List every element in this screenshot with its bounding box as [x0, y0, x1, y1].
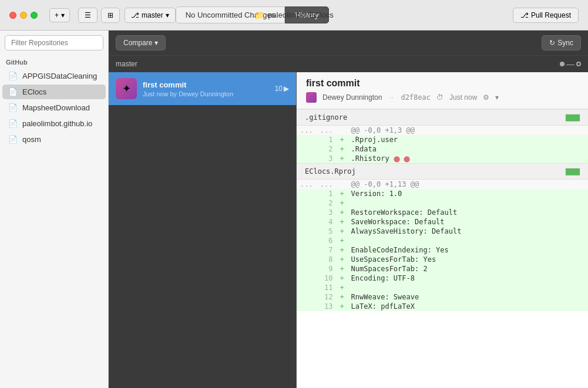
diff-row: 7 + EnableCodeIndexing: Yes	[297, 245, 588, 255]
branch-label: master	[142, 11, 163, 19]
sidebar-item-qosm[interactable]: 📄 qosm	[2, 132, 106, 147]
sidebar-item-paleolimbot[interactable]: 📄 paleolimbot.github.io	[2, 116, 106, 131]
repo-name: qosm	[22, 135, 41, 144]
diff-panel: first commit Dewey Dunnington → d2f8eac …	[297, 72, 588, 388]
add-arrow-icon: ▾	[61, 11, 65, 19]
diff-content: SaveWorkspace: Default	[348, 217, 588, 227]
sync-button[interactable]: ↻ Sync	[542, 35, 581, 50]
diff-dots: ████	[566, 168, 580, 175]
diff-line-num-right: 10	[317, 274, 337, 283]
diff-author-avatar	[306, 92, 317, 103]
titlebar-right: ⎇ Pull Request	[513, 8, 579, 23]
diff-files-container: .gitignore████ ... ... @@ -0,0 +1,3 @@ 1…	[297, 109, 588, 311]
diff-plus-indicator	[336, 180, 347, 189]
diff-line-num-right: 12	[317, 292, 337, 302]
diff-content: RnwWeave: Sweave	[348, 292, 588, 302]
sidebar-toggle-button[interactable]: ☰	[78, 8, 98, 23]
diff-icon: ⊞	[107, 11, 113, 19]
diff-row: 3 + RestoreWorkspace: Default	[297, 208, 588, 217]
diff-line-num-right: 5	[317, 227, 337, 236]
sync-icon: ↻	[549, 39, 555, 47]
diff-row: ... ... @@ -0,0 +1,13 @@	[297, 180, 588, 189]
diff-row: 9 + NumSpacesForTab: 2	[297, 264, 588, 274]
diff-plus-indicator: +	[336, 198, 347, 208]
folder-icon: 📁	[254, 11, 264, 20]
diff-content	[348, 283, 588, 292]
diff-line-num-left	[297, 302, 317, 311]
pull-request-button[interactable]: ⎇ Pull Request	[513, 8, 579, 23]
diff-line-num-right: 3	[317, 154, 337, 163]
titlebar-center: 📁 paleolimbot/EClocs	[254, 11, 333, 20]
diff-row: 11 +	[297, 283, 588, 292]
diff-plus-indicator: +	[336, 189, 347, 198]
branch-icon: ⎇	[131, 11, 139, 19]
diff-content: LaTeX: pdfLaTeX	[348, 302, 588, 311]
diff-row: ... ... @@ -0,0 +1,3 @@	[297, 126, 588, 135]
diff-content: Encoding: UTF-8	[348, 274, 588, 283]
diff-plus-indicator: +	[336, 245, 347, 255]
diff-line-num-right: 11	[317, 283, 337, 292]
diff-line-num-left	[297, 227, 317, 236]
diff-line-num-left	[297, 198, 317, 208]
diff-line-num-left	[297, 283, 317, 292]
traffic-lights	[9, 12, 38, 19]
repo-icon: 📄	[8, 103, 18, 112]
count-arrow-icon: ▶	[284, 85, 289, 93]
sidebar-item-eclocs[interactable]: 📄 EClocs	[2, 85, 106, 99]
diff-line-num-right: 1	[317, 135, 337, 144]
diff-plus-indicator: +	[336, 236, 347, 245]
sidebar-item-appgisdatacleaning[interactable]: 📄 APPGISDataCleaning	[2, 69, 106, 83]
diff-plus-indicator: +	[336, 144, 347, 154]
chevron-down-icon[interactable]: ▾	[495, 93, 499, 102]
diff-content: Version: 1.0	[348, 189, 588, 198]
branch-chevron-icon: ▾	[166, 11, 169, 19]
diff-line-num-left: ...	[297, 180, 317, 189]
close-button[interactable]	[9, 12, 16, 19]
rhistory-icons: ⬤ ⬤	[394, 156, 410, 162]
pull-request-icon: ⎇	[520, 11, 529, 19]
branch-button[interactable]: ⎇ master ▾	[125, 8, 176, 23]
pull-request-label: Pull Request	[531, 11, 571, 19]
diff-row: 1 + .Rproj.user	[297, 135, 588, 144]
diff-commit-meta: Dewey Dunnington → d2f8eac ⏱ Just now ⚙ …	[306, 92, 579, 103]
diff-dots: ████	[566, 114, 580, 121]
commit-item[interactable]: ✦ first commit Just now by Dewey Dunning…	[109, 72, 296, 105]
repo-icon: 📄	[8, 72, 18, 80]
diff-plus-indicator: +	[336, 217, 347, 227]
diff-line-num-left	[297, 264, 317, 274]
diff-content: .Rdata	[348, 144, 588, 154]
content-toolbar: Compare ▾ ↻ Sync	[109, 31, 588, 55]
filter-repos-input[interactable]	[5, 35, 103, 50]
diff-view-button[interactable]: ⊞	[101, 8, 120, 23]
diff-line-num-right: 1	[317, 189, 337, 198]
diff-row: 4 + SaveWorkspace: Default	[297, 217, 588, 227]
diff-plus-indicator: +	[336, 264, 347, 274]
diff-plus-indicator: +	[336, 135, 347, 144]
sidebar-item-mapsheetdownload[interactable]: 📄 MapsheetDownload	[2, 100, 106, 115]
content-area: Compare ▾ ↻ Sync master — ✦	[109, 31, 588, 388]
file-diff-header: EClocs.Rproj████	[297, 163, 588, 180]
diff-line-num-right: 4	[317, 217, 337, 227]
repo-name: MapsheetDownload	[22, 103, 90, 112]
add-button[interactable]: + ▾	[49, 8, 70, 22]
diff-table: ... ... @@ -0,0 +1,3 @@ 1 + .Rproj.user …	[297, 126, 588, 163]
diff-row: 2 + .Rdata	[297, 144, 588, 154]
diff-line-num-right: 8	[317, 255, 337, 264]
diff-commit-title: first commit	[306, 78, 579, 89]
dot-empty	[576, 62, 581, 66]
diff-time: Just now	[449, 93, 477, 102]
minimize-button[interactable]	[20, 12, 27, 19]
diff-plus-indicator: +	[336, 274, 347, 283]
compare-button[interactable]: Compare ▾	[116, 35, 166, 50]
diff-content	[348, 236, 588, 245]
compare-label: Compare ▾	[123, 39, 158, 47]
titlebar-toolbar: ☰ ⊞	[78, 8, 120, 23]
diff-row: 2 +	[297, 198, 588, 208]
diff-line-num-left	[297, 154, 317, 163]
diff-line-num-left	[297, 208, 317, 217]
gear-icon[interactable]: ⚙	[483, 93, 489, 102]
maximize-button[interactable]	[31, 12, 38, 19]
diff-content: RestoreWorkspace: Default	[348, 208, 588, 217]
diff-line-num-left	[297, 274, 317, 283]
repo-name: EClocs	[22, 87, 46, 96]
